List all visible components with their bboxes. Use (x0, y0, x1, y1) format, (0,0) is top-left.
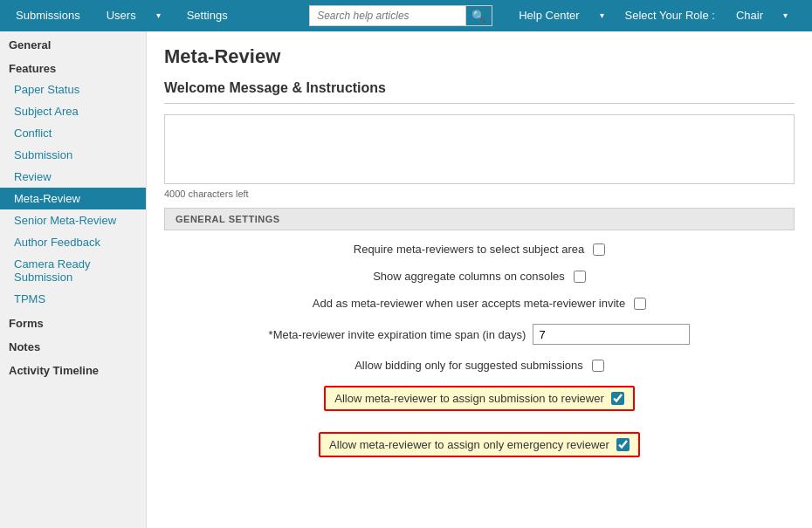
general-header: General (0, 31, 146, 55)
features-header: Features (0, 55, 146, 79)
setting-checkbox-3[interactable] (634, 298, 646, 310)
sidebar-item-camera-ready[interactable]: Camera Ready Submission (0, 253, 146, 288)
sidebar-item-senior-meta-review[interactable]: Senior Meta-Review (0, 209, 146, 231)
emergency-row: Allow meta-reviewer to assign only emerg… (319, 432, 640, 468)
chars-left: 4000 characters left (164, 189, 795, 199)
welcome-divider (164, 103, 795, 104)
nav-submissions[interactable]: Submissions (7, 0, 89, 31)
sidebar-item-meta-review[interactable]: Meta-Review (0, 188, 146, 209)
emergency-setting: Allow meta-reviewer to assign only emerg… (319, 432, 640, 457)
notes-header: Notes (0, 333, 146, 357)
sidebar-item-paper-status[interactable]: Paper Status (0, 79, 146, 100)
search-button[interactable]: 🔍 (466, 5, 492, 26)
setting-row-2: Show aggregate columns on consoles (373, 270, 586, 283)
search-input[interactable] (309, 5, 466, 26)
search-container: 🔍 (309, 5, 492, 26)
invite-label: *Meta-reviewer invite expiration time sp… (269, 328, 526, 341)
main-layout: General Features Paper Status Subject Ar… (0, 31, 812, 528)
sidebar-item-submission[interactable]: Submission (0, 144, 146, 166)
setting-row-1: Require meta-reviewers to select subject… (354, 243, 605, 256)
nav-right: Help Center ▾ Select Your Role : Chair ▾ (501, 0, 805, 31)
bidding-checkbox[interactable] (592, 360, 604, 372)
setting-label-1: Require meta-reviewers to select subject… (354, 243, 584, 256)
sidebar-item-author-feedback[interactable]: Author Feedback (0, 231, 146, 253)
emergency-label: Allow meta-reviewer to assign only emerg… (329, 438, 609, 451)
forms-header: Forms (0, 310, 146, 333)
setting-checkbox-2[interactable] (574, 271, 586, 283)
sidebar: General Features Paper Status Subject Ar… (0, 31, 147, 528)
select-role-label: Select Your Role : (622, 0, 719, 31)
activity-header: Activity Timeline (0, 357, 146, 381)
setting-label-2: Show aggregate columns on consoles (373, 270, 565, 283)
page-title: Meta-Review (164, 45, 795, 68)
setting-checkbox-1[interactable] (593, 243, 605, 256)
sidebar-item-subject-area[interactable]: Subject Area (0, 100, 146, 122)
invite-row: *Meta-reviewer invite expiration time sp… (269, 324, 691, 345)
assign-label: Allow meta-reviewer to assign submission… (334, 392, 604, 405)
assign-setting: Allow meta-reviewer to assign submission… (324, 386, 635, 411)
main-content: Meta-Review Welcome Message & Instructio… (147, 31, 812, 528)
sidebar-item-conflict[interactable]: Conflict (0, 122, 146, 144)
help-center-dropdown[interactable]: Help Center ▾ (501, 0, 621, 31)
setting-row-3: Add as meta-reviewer when user accepts m… (313, 297, 646, 310)
welcome-textarea[interactable] (164, 114, 795, 184)
role-dropdown[interactable]: Chair ▾ (719, 0, 805, 31)
invite-input[interactable] (533, 324, 690, 345)
sidebar-item-review[interactable]: Review (0, 166, 146, 188)
bidding-label: Allow bidding only for suggested submiss… (354, 359, 583, 372)
assign-checkbox[interactable] (611, 392, 624, 405)
settings-container: Require meta-reviewers to select subject… (164, 243, 795, 478)
setting-label-3: Add as meta-reviewer when user accepts m… (313, 297, 625, 310)
top-navigation: Submissions Users ▾ Settings 🔍 Help Cent… (0, 0, 812, 31)
assign-row: Allow meta-reviewer to assign submission… (324, 386, 635, 422)
nav-settings[interactable]: Settings (178, 0, 237, 31)
general-settings-bar: GENERAL SETTINGS (164, 208, 795, 230)
nav-users[interactable]: Users ▾ (89, 0, 178, 31)
emergency-checkbox[interactable] (616, 438, 630, 451)
bidding-row: Allow bidding only for suggested submiss… (354, 359, 604, 372)
sidebar-item-tpms[interactable]: TPMS (0, 288, 146, 310)
welcome-section-title: Welcome Message & Instructions (164, 80, 795, 96)
